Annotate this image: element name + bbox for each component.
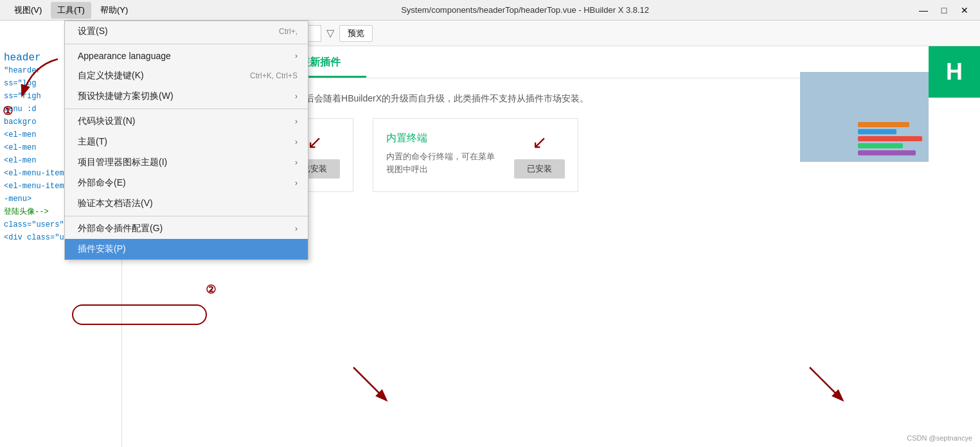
menu-item-codeblock[interactable]: 代码块设置(N) › xyxy=(65,111,308,132)
titlebar-title: System/components/headerTop/headerTop.vu… xyxy=(134,5,916,15)
menu-shortcut-settings: Ctrl+, xyxy=(279,27,298,36)
menu-item-plugin-config[interactable]: 外部命令插件配置(G) › xyxy=(65,218,308,239)
submenu-arrow-external-cmd: › xyxy=(295,179,298,188)
submenu-arrow-plugin-config: › xyxy=(295,224,298,233)
menu-view[interactable]: 视图(V) xyxy=(8,2,48,19)
titlebar-menu: 视图(V) 工具(T) 帮助(Y) xyxy=(8,2,134,19)
menu-item-validate[interactable]: 验证本文档语法(V) xyxy=(65,193,308,214)
menu-item-icon-theme[interactable]: 项目管理器图标主题(I) › xyxy=(65,152,308,173)
menu-shortcut-shortcuts: Ctrl+K, Ctrl+S xyxy=(250,71,298,80)
menu-item-settings[interactable]: 设置(S) Ctrl+, xyxy=(65,21,308,42)
minimize-button[interactable]: — xyxy=(916,4,931,17)
menu-item-theme[interactable]: 主题(T) › xyxy=(65,132,308,152)
menu-help[interactable]: 帮助(Y) xyxy=(94,2,134,19)
menu-item-label-theme: 主题(T) xyxy=(78,136,107,148)
submenu-arrow-appearance: › xyxy=(295,51,298,60)
menu-item-label-appearance: Appearance lanaguage xyxy=(78,51,171,61)
close-button[interactable]: ✕ xyxy=(957,4,972,17)
menu-item-preset-shortcuts[interactable]: 预设快捷键方案切换(W) › xyxy=(65,86,308,107)
menu-item-label-external-cmd: 外部命令(E) xyxy=(78,177,126,189)
menu-tools[interactable]: 工具(T) xyxy=(51,2,91,19)
menu-divider-1 xyxy=(65,44,308,44)
maximize-button[interactable]: □ xyxy=(936,4,952,17)
menu-item-label-shortcuts: 自定义快捷键(K) xyxy=(78,70,144,82)
menu-item-plugin-install[interactable]: 插件安装(P) xyxy=(65,239,308,259)
submenu-arrow-preset: › xyxy=(295,92,298,101)
menu-divider-3 xyxy=(65,216,308,216)
menu-item-label-codeblock: 代码块设置(N) xyxy=(78,116,135,127)
submenu-arrow-theme: › xyxy=(295,137,298,146)
menu-item-appearance[interactable]: Appearance lanaguage › xyxy=(65,46,308,66)
dropdown-menu: 设置(S) Ctrl+, Appearance lanaguage › 自定义快… xyxy=(64,21,308,260)
submenu-arrow-icon-theme: › xyxy=(295,158,298,167)
menu-item-label-plugin-config: 外部命令插件配置(G) xyxy=(78,223,163,234)
menu-item-label-preset: 预设快捷键方案切换(W) xyxy=(78,91,174,102)
menu-divider-2 xyxy=(65,109,308,109)
titlebar: 视图(V) 工具(T) 帮助(Y) System/components/head… xyxy=(0,0,980,21)
menu-item-label-settings: 设置(S) xyxy=(78,26,108,37)
dropdown-overlay: 设置(S) Ctrl+, Appearance lanaguage › 自定义快… xyxy=(0,21,980,447)
menu-item-shortcuts[interactable]: 自定义快捷键(K) Ctrl+K, Ctrl+S xyxy=(65,66,308,86)
titlebar-controls: — □ ✕ xyxy=(916,4,972,17)
menu-item-external-cmd[interactable]: 外部命令(E) › xyxy=(65,173,308,193)
submenu-arrow-codeblock: › xyxy=(295,117,298,126)
menu-item-label-validate: 验证本文档语法(V) xyxy=(78,198,153,209)
menu-item-label-icon-theme: 项目管理器图标主题(I) xyxy=(78,157,167,168)
menu-item-label-plugin-install: 插件安装(P) xyxy=(78,243,126,255)
main-area: header "hearder ss="log ss="righ menu :d… xyxy=(0,21,980,447)
